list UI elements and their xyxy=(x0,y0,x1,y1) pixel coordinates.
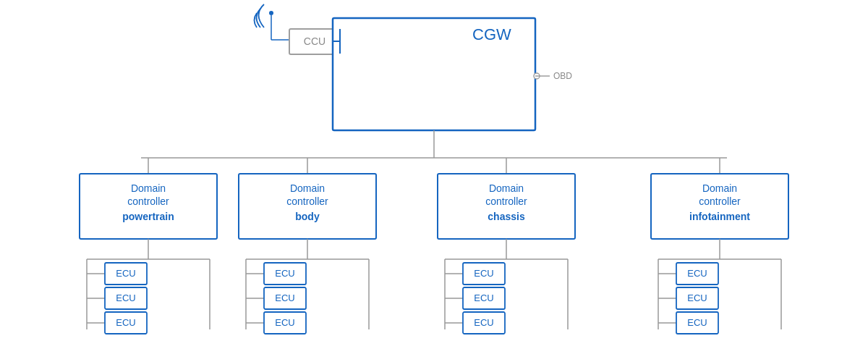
svg-point-0 xyxy=(269,11,273,15)
svg-text:OBD: OBD xyxy=(553,71,572,81)
domain-controller-chassis: Domain controller chassis ECU ECU ECU xyxy=(438,174,575,334)
svg-text:infotainment: infotainment xyxy=(689,211,750,222)
svg-text:ECU: ECU xyxy=(687,268,707,279)
svg-text:ECU: ECU xyxy=(474,317,493,328)
domain-controller-body: Domain controller body ECU ECU ECU xyxy=(239,174,376,334)
domain-controller-powertrain: Domain controller powertrain ECU ECU ECU xyxy=(80,174,217,334)
cgw-node: CGW xyxy=(333,18,535,130)
architecture-diagram: .blue-stroke { stroke: #1565C0; stroke-w… xyxy=(0,0,868,362)
wifi-antenna-icon xyxy=(255,4,290,40)
svg-text:powertrain: powertrain xyxy=(122,211,174,222)
svg-text:ECU: ECU xyxy=(687,292,707,303)
svg-text:ECU: ECU xyxy=(275,268,294,279)
svg-text:ECU: ECU xyxy=(275,292,294,303)
svg-text:Domain: Domain xyxy=(290,182,325,194)
svg-text:ECU: ECU xyxy=(116,292,135,303)
svg-text:controller: controller xyxy=(699,195,741,207)
obd-connector: OBD xyxy=(534,71,572,81)
svg-text:controller: controller xyxy=(286,195,328,207)
svg-text:ECU: ECU xyxy=(474,268,493,279)
domain-controller-infotainment: Domain controller infotainment ECU ECU E… xyxy=(651,174,788,334)
svg-text:controller: controller xyxy=(485,195,527,207)
svg-text:body: body xyxy=(295,211,320,222)
svg-text:CCU: CCU xyxy=(304,35,326,47)
svg-text:chassis: chassis xyxy=(488,211,525,222)
svg-text:controller: controller xyxy=(127,195,169,207)
svg-text:ECU: ECU xyxy=(474,292,493,303)
svg-text:ECU: ECU xyxy=(275,317,294,328)
svg-text:CGW: CGW xyxy=(472,25,511,43)
svg-text:Domain: Domain xyxy=(489,182,524,194)
svg-text:Domain: Domain xyxy=(702,182,737,194)
svg-text:Domain: Domain xyxy=(131,182,166,194)
svg-text:ECU: ECU xyxy=(687,317,707,328)
svg-text:ECU: ECU xyxy=(116,268,135,279)
svg-text:ECU: ECU xyxy=(116,317,135,328)
